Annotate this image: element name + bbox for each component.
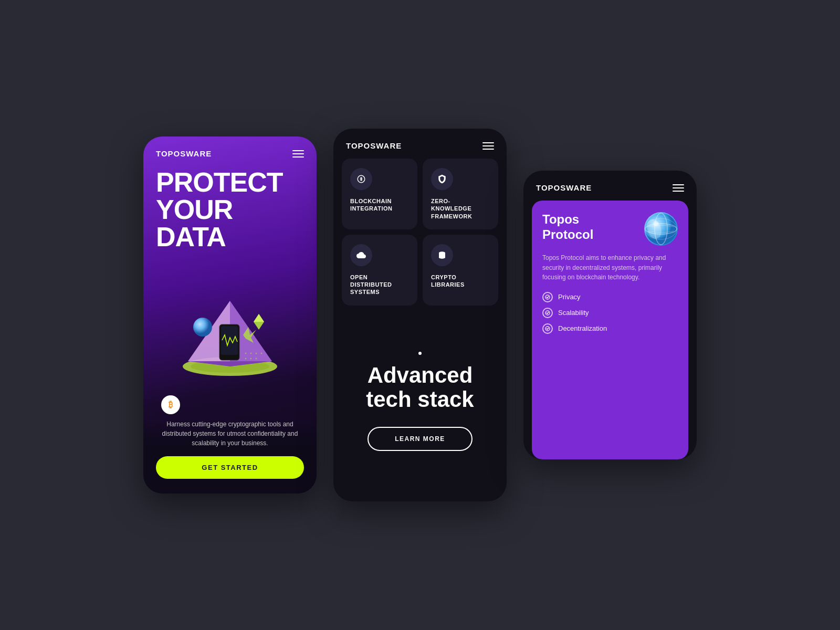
phone2-navbar: TOPOSWARE	[333, 129, 507, 159]
decentralization-label: Decentralization	[558, 324, 607, 332]
get-started-button[interactable]: GET STARTED	[156, 456, 304, 479]
phone1-hero-title: PROTECT YOUR DATA	[156, 169, 304, 250]
crypto-label: CRYPTOLIBRARIES	[431, 274, 490, 289]
phone-screen-1: TOPOSWARE PROTECT YOUR DATA	[143, 136, 317, 494]
svg-rect-6	[221, 326, 238, 355]
feature-card-crypto: CRYPTOLIBRARIES	[423, 235, 498, 306]
features-grid: BLOCKCHAININTEGRATION ZERO-KNOWLEDGEFRAM…	[333, 159, 507, 306]
privacy-label: Privacy	[558, 293, 581, 301]
learn-more-button[interactable]: LEARN MORE	[368, 427, 472, 451]
phone3-navbar: TOPOSWARE	[523, 171, 697, 201]
pyramid-illustration	[172, 285, 288, 380]
phone1-footer: Harness cutting-edge cryptographic tools…	[143, 419, 317, 494]
phone1-menu-button[interactable]	[292, 150, 304, 158]
svg-point-12	[256, 358, 257, 360]
phone2-menu-button[interactable]	[482, 142, 494, 150]
phone3-menu-button[interactable]	[673, 184, 684, 192]
blockchain-icon	[350, 168, 372, 190]
svg-point-16	[261, 353, 262, 354]
phone1-description: Harness cutting-edge cryptographic tools…	[156, 419, 304, 448]
svg-point-23	[653, 221, 658, 226]
phone1-illustration: ₿	[156, 245, 304, 419]
svg-point-19	[645, 213, 677, 245]
feature-privacy: Privacy	[542, 292, 678, 302]
phone1-navbar: TOPOSWARE	[143, 136, 317, 164]
distributed-label: OPENDISTRIBUTEDSYSTEMS	[350, 274, 409, 296]
svg-point-15	[256, 353, 257, 354]
distributed-icon	[350, 244, 372, 266]
phone2-logo: TOPOSWARE	[346, 141, 402, 150]
svg-point-9	[193, 318, 212, 337]
phone1-hero-section: PROTECT YOUR DATA	[143, 164, 317, 419]
protocol-description: Topos Protocol aims to enhance privacy a…	[542, 253, 678, 282]
feature-card-zkp: ZERO-KNOWLEDGEFRAMEWORK	[423, 159, 498, 229]
crypto-icon	[431, 244, 453, 266]
phone-screen-2: TOPOSWARE BLOCKCHAININTEGRATION ZERO-KNO…	[333, 129, 507, 501]
feature-scalability: Scalability	[542, 308, 678, 318]
decentralization-check-icon	[542, 323, 553, 334]
privacy-check-icon	[542, 292, 553, 302]
svg-point-10	[245, 358, 247, 360]
feature-decentralization: Decentralization	[542, 323, 678, 334]
phone-screen-3: TOPOSWARE ToposProtocol	[523, 171, 697, 459]
protocol-card: ToposProtocol	[532, 201, 688, 459]
protocol-globe-icon	[644, 212, 678, 246]
svg-point-14	[250, 353, 252, 354]
phone3-logo: TOPOSWARE	[536, 183, 592, 192]
blockchain-label: BLOCKCHAININTEGRATION	[350, 197, 409, 213]
scalability-check-icon	[542, 308, 553, 318]
bitcoin-badge: ₿	[161, 395, 180, 414]
protocol-title: ToposProtocol	[542, 212, 593, 243]
zkp-label: ZERO-KNOWLEDGEFRAMEWORK	[431, 197, 490, 220]
advanced-tech-title: Advancedtech stack	[366, 363, 474, 412]
zkp-icon	[431, 168, 453, 190]
svg-point-11	[250, 358, 252, 360]
svg-marker-8	[254, 314, 264, 322]
phone2-bottom-section: Advancedtech stack LEARN MORE	[333, 306, 507, 501]
svg-point-13	[245, 353, 247, 354]
protocol-header: ToposProtocol	[542, 212, 678, 246]
feature-card-distributed: OPENDISTRIBUTEDSYSTEMS	[342, 235, 417, 306]
phone1-logo: TOPOSWARE	[156, 149, 212, 158]
scalability-label: Scalability	[558, 309, 589, 317]
feature-card-blockchain: BLOCKCHAININTEGRATION	[342, 159, 417, 229]
protocol-features-list: Privacy Scalability Decentralization	[542, 292, 678, 334]
pagination-dot	[418, 352, 422, 355]
